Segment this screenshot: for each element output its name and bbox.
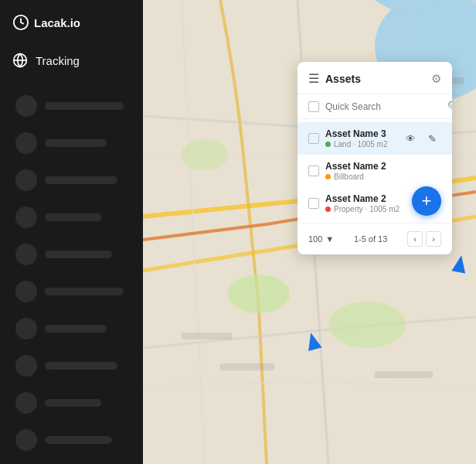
asset-actions-1: 👁 ✎ [401,129,441,148]
sidebar-item-tracking[interactable]: Tracking [0,42,143,79]
asset-dot-1 [325,142,331,147]
logo-icon [12,14,29,31]
menu-row-7[interactable] [9,311,134,346]
menu-circle-8 [15,355,37,377]
assets-panel: ☰ Assets ⚙ 🔍 Asset Name 3 Land · 1005 m2 [298,62,452,254]
asset-name-1: Asset Name 3 [325,128,395,139]
menu-circle-7 [15,318,37,339]
menu-circle-3 [15,169,37,191]
svg-point-6 [228,275,290,313]
sidebar: Lacak.io Tracking [0,0,143,464]
logo: Lacak.io [0,0,143,42]
menu-circle-9 [15,392,37,414]
menu-row-1[interactable] [9,88,134,124]
asset-item-1[interactable]: Asset Name 3 Land · 1005 m2 👁 ✎ [298,122,452,155]
svg-point-8 [182,139,228,170]
menu-circle-1 [15,95,37,117]
asset-edit-btn-1[interactable]: ✎ [423,129,441,148]
search-icon: 🔍 [447,101,452,112]
list-icon: ☰ [308,71,319,86]
asset-sub-2: Billboard [325,172,441,181]
asset-checkbox-1[interactable] [308,133,319,144]
menu-row-3[interactable] [9,162,134,198]
assets-header-left: ☰ Assets [308,71,361,86]
asset-dot-2 [325,174,331,179]
asset-checkbox-2[interactable] [308,165,319,176]
menu-bar-6 [45,288,124,295]
menu-bar-10 [45,436,112,444]
menu-row-8[interactable] [9,348,134,384]
menu-bar-3 [45,176,117,184]
globe-icon [12,53,28,68]
map-area[interactable]: ☰ Assets ⚙ 🔍 Asset Name 3 Land · 1005 m2 [143,0,476,464]
menu-bar-9 [45,399,101,407]
sidebar-item-tracking-label: Tracking [36,54,80,67]
menu-row-9[interactable] [9,385,134,421]
menu-row-2[interactable] [9,125,134,161]
assets-title: Assets [325,73,361,85]
add-asset-button[interactable]: + [412,186,441,216]
asset-checkbox-3[interactable] [308,198,319,209]
menu-bar-2 [45,139,107,147]
menu-row-10[interactable] [9,422,134,458]
assets-footer: 100 ▼ 1-5 of 13 ‹ › [298,223,452,254]
asset-item-2[interactable]: Asset Name 2 Billboard [298,155,452,187]
menu-bar-7 [45,325,107,333]
svg-rect-13 [220,363,274,370]
menu-circle-6 [15,281,37,302]
pagination-range: 1-5 of 13 [354,234,387,244]
svg-rect-14 [375,371,433,378]
asset-name-2: Asset Name 2 [325,161,441,172]
sidebar-menu [0,88,143,458]
settings-icon[interactable]: ⚙ [431,72,441,86]
asset-sublabel-2: Billboard [334,172,364,181]
asset-info-2: Asset Name 2 Billboard [325,161,441,181]
search-input[interactable] [325,101,441,112]
per-page-value: 100 [308,234,322,244]
svg-rect-12 [182,333,232,339]
menu-row-4[interactable] [9,200,134,235]
asset-sub-1: Land · 1005 m2 [325,140,395,148]
per-page-selector[interactable]: 100 ▼ [308,234,334,244]
menu-circle-4 [15,206,37,228]
prev-page-button[interactable]: ‹ [407,231,423,247]
asset-dot-3 [325,206,331,212]
menu-row-5[interactable] [9,237,134,272]
asset-view-btn-1[interactable]: 👁 [401,129,420,148]
assets-search-row: 🔍 [298,94,452,119]
menu-row-6[interactable] [9,274,134,309]
asset-info-1: Asset Name 3 Land · 1005 m2 [325,128,395,148]
next-page-button[interactable]: › [426,231,441,247]
pagination-nav: ‹ › [407,231,441,247]
menu-circle-10 [15,429,37,451]
menu-bar-1 [45,102,124,110]
asset-sublabel-1: Land · 1005 m2 [334,140,388,148]
assets-header: ☰ Assets ⚙ [298,62,452,94]
select-all-checkbox[interactable] [308,101,319,112]
menu-circle-5 [15,244,37,265]
per-page-chevron-icon: ▼ [325,234,334,244]
menu-bar-5 [45,251,112,258]
menu-bar-4 [45,213,101,221]
menu-bar-8 [45,362,117,370]
asset-sublabel-3: Property · 1005 m2 [334,205,400,213]
svg-point-7 [328,302,406,348]
menu-circle-2 [15,132,37,154]
logo-text: Lacak.io [34,16,80,29]
